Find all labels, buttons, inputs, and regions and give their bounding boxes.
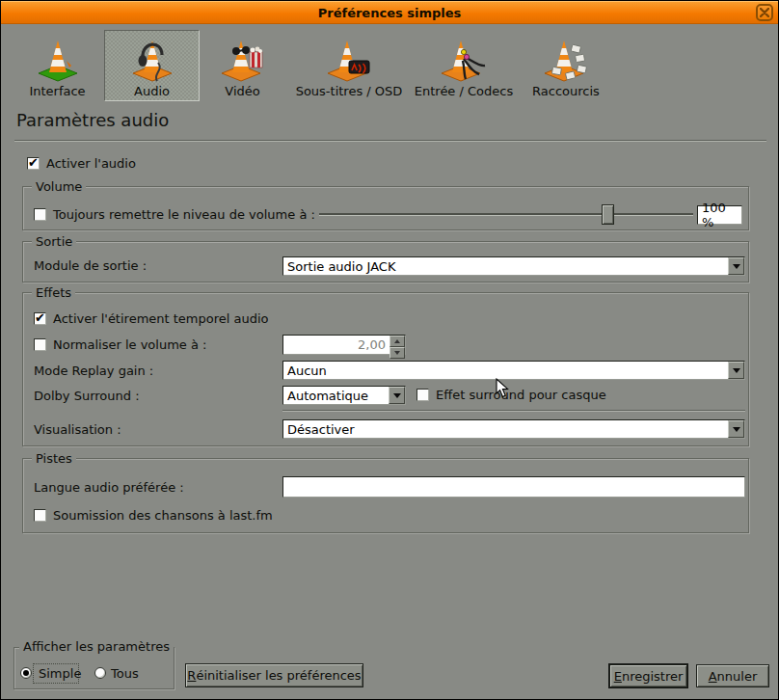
always-reset-volume-checkbox[interactable] [34, 208, 46, 221]
effects-separator [282, 410, 745, 412]
titlebar[interactable]: Préférences simples [1, 1, 778, 24]
dolby-surround-value: Automatique [283, 389, 389, 403]
close-button[interactable] [756, 4, 773, 21]
replay-gain-value: Aucun [283, 363, 728, 378]
chevron-down-icon[interactable] [728, 362, 744, 379]
effects-group-legend: Effets [32, 285, 75, 300]
tab-label: Entrée / Codecs [415, 84, 513, 98]
volume-slider-handle[interactable] [602, 204, 614, 225]
mouse-cursor-icon [496, 378, 509, 398]
normalize-volume-checkbox[interactable] [34, 338, 46, 351]
tracks-group-legend: Pistes [32, 451, 76, 466]
headphone-surround-checkbox[interactable] [416, 389, 429, 401]
spin-up-icon[interactable] [390, 336, 405, 347]
spin-down-icon[interactable] [390, 347, 405, 359]
vlc-cone-shortcuts-icon [543, 34, 589, 84]
vlc-cone-video-icon [220, 34, 266, 84]
volume-slider[interactable] [319, 204, 693, 225]
visualization-value: Désactiver [283, 422, 728, 437]
tous-radio[interactable] [94, 667, 106, 679]
time-stretch-label: Activer l'étirement temporel audio [53, 311, 269, 326]
tab-label: Interface [29, 84, 85, 98]
enable-audio-label: Activer l'audio [46, 156, 136, 171]
output-module-value: Sortie audio JACK [283, 259, 728, 274]
simple-radio-label[interactable]: Simple [39, 666, 81, 681]
volume-value: 100 % [702, 201, 741, 229]
tab-interface[interactable]: Interface [11, 30, 104, 101]
normalize-volume-value: 2,00 [283, 337, 390, 352]
tab-label: Vidéo [225, 84, 259, 98]
tab-subtitles-osd[interactable]: Sous-titres / OSD [285, 30, 413, 101]
vlc-cone-interface-icon [35, 34, 81, 84]
visualization-select[interactable]: Désactiver [282, 419, 745, 439]
vlc-cone-input-codecs-icon [441, 34, 487, 84]
preferred-audio-language-input[interactable] [282, 476, 745, 498]
lastfm-submit-checkbox[interactable] [34, 509, 46, 522]
visualization-label: Visualisation : [34, 422, 121, 437]
output-module-select[interactable]: Sortie audio JACK [282, 256, 745, 276]
enable-audio-checkbox[interactable] [27, 157, 40, 170]
output-module-label: Module de sortie : [34, 258, 147, 273]
save-button[interactable]: Enregistrer [609, 664, 687, 687]
tab-label: Audio [134, 84, 170, 98]
tab-label: Sous-titres / OSD [296, 84, 403, 98]
preferred-audio-language-label: Langue audio préférée : [34, 480, 184, 495]
dolby-surround-select[interactable]: Automatique [282, 386, 406, 405]
replay-gain-select[interactable]: Aucun [282, 361, 745, 380]
tab-video[interactable]: Vidéo [200, 30, 285, 101]
normalize-volume-spinbox[interactable]: 2,00 [282, 335, 406, 355]
heading-separator [14, 140, 766, 142]
tous-radio-label[interactable]: Tous [111, 666, 139, 681]
reset-preferences-button[interactable]: Réinitialiser les préférences [185, 663, 363, 687]
simple-radio[interactable] [20, 667, 32, 679]
vlc-cone-subtitles-icon [326, 34, 372, 84]
normalize-volume-label: Normaliser le volume à : [53, 337, 206, 352]
show-settings-legend: Afficher les paramètres [19, 639, 174, 654]
window-title: Préférences simples [318, 6, 462, 20]
dolby-surround-label: Dolby Surround : [34, 389, 140, 403]
volume-value-box[interactable]: 100 % [697, 205, 742, 225]
vlc-cone-audio-icon [129, 34, 175, 84]
chevron-down-icon[interactable] [389, 387, 405, 404]
preferences-toolbar: Interface Audio [11, 30, 617, 101]
time-stretch-checkbox[interactable] [34, 312, 46, 325]
lastfm-submit-label: Soumission des chansons à last.fm [53, 508, 273, 523]
preferences-window: Préférences simples I [0, 0, 779, 700]
replay-gain-label: Mode Replay gain : [34, 363, 153, 378]
tab-label: Raccourcis [532, 84, 600, 98]
tab-shortcuts[interactable]: Raccourcis [515, 30, 617, 101]
page-title: Paramètres audio [16, 110, 169, 130]
output-group-legend: Sortie [32, 234, 76, 249]
tab-audio[interactable]: Audio [104, 30, 200, 101]
cancel-button[interactable]: Annuler [696, 664, 769, 687]
chevron-down-icon[interactable] [728, 257, 744, 275]
close-icon [760, 8, 769, 17]
chevron-down-icon[interactable] [728, 420, 744, 438]
always-reset-volume-label: Toujours remettre le niveau de volume à … [53, 207, 315, 222]
tab-input-codecs[interactable]: Entrée / Codecs [413, 30, 515, 101]
volume-group-legend: Volume [32, 179, 86, 194]
headphone-surround-label: Effet surround pour casque [436, 388, 606, 402]
